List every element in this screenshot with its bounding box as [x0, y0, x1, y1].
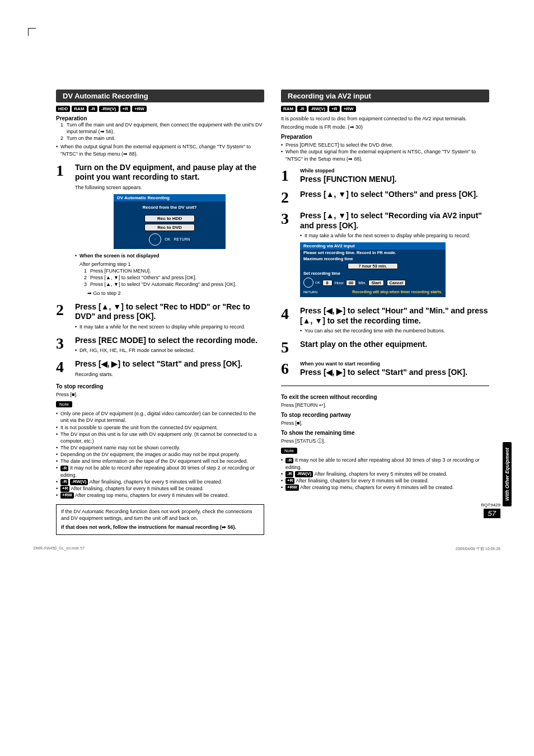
min-value[interactable]: 00: [346, 280, 356, 286]
av2-screen: Recording via AV2 input Please set recor…: [300, 242, 446, 297]
step-sub: While stopped: [300, 168, 489, 173]
note-label: Note: [56, 401, 72, 407]
tag: -RW(V): [308, 106, 328, 112]
screen-line: Set recording time: [300, 270, 446, 276]
tag: +R: [120, 106, 130, 112]
bullet: Only one piece of DV equipment (e.g., di…: [56, 410, 264, 424]
notdisp-line: After performing step 1: [75, 261, 264, 267]
exit-heading: To exit the screen without recording: [281, 394, 489, 400]
step-title: Turn on the DV equipment, and pause play…: [75, 163, 264, 182]
step-title: Press [◀, ▶] to select "Start" and press…: [75, 359, 264, 369]
step-number: 1: [56, 163, 67, 179]
step-6: 6 When you want to start recording Press…: [281, 361, 489, 378]
bullet: It may take a while for the next screen …: [300, 232, 489, 239]
list-text: Press [FUNCTION MENU].: [90, 267, 151, 274]
bullet: -R -RW(V) After finalising, chapters for…: [281, 471, 489, 477]
tag: RAM: [281, 106, 296, 112]
step-title: Press [REC MODE] to select the recording…: [75, 336, 264, 346]
step-1: 1 While stopped Press [FUNCTION MENU].: [281, 168, 489, 185]
bullet: You can also set the recording time with…: [300, 327, 489, 334]
doc-code: RQT9429: [481, 503, 500, 508]
ok-icon: ·: [149, 233, 161, 246]
step-note: The following screen appears.: [75, 184, 264, 191]
hour-value[interactable]: 8: [322, 280, 332, 286]
screen-question: Record from the DV unit?: [114, 201, 226, 213]
go-to-step: ➡ Go to step 2: [75, 290, 264, 297]
bullet: Depending on the DV equipment, the image…: [56, 451, 264, 458]
prep-bullets: Press [DRIVE SELECT] to select the DVD d…: [281, 142, 489, 162]
bullet: The DV input on this unit is for use wit…: [56, 431, 264, 444]
ok-label: OK: [315, 281, 320, 284]
ok-label: OK: [165, 237, 170, 241]
tag: +RW: [132, 106, 147, 112]
crop-mark: [28, 28, 36, 36]
step-title: Press [◀, ▶] to select "Hour" and "Min."…: [300, 306, 489, 326]
note-label: Note: [281, 448, 297, 454]
file-name: DMR-XW450_GL_en.indb 57: [34, 546, 85, 552]
screen-title: DV Automatic Recording: [114, 194, 226, 201]
step-number: 1: [281, 168, 292, 184]
stop-text: Press [■].: [56, 391, 264, 398]
list-num: 1: [84, 267, 87, 274]
stop-heading: To stop recording partway: [281, 412, 489, 418]
divider: [281, 386, 489, 386]
tag: -R: [88, 106, 97, 112]
page-footer: RQT9429 57: [481, 503, 500, 518]
bullet: It is not possible to operate the unit f…: [56, 424, 264, 431]
tag: +RW: [341, 106, 356, 112]
box-text: If the DV Automatic Recording function d…: [61, 508, 259, 522]
step-3: 3 Press [REC MODE] to select the recordi…: [56, 336, 264, 354]
tag: -RW(V): [99, 106, 119, 112]
min-label: Min.: [358, 280, 366, 285]
tag: RAM: [72, 106, 86, 112]
tag: -R: [297, 106, 306, 112]
screen-button-hdd[interactable]: Rec to HDD: [144, 215, 195, 222]
preparation-heading: Preparation: [56, 115, 264, 121]
step-number: 4: [56, 359, 67, 375]
section-header-dv: DV Automatic Recording: [56, 90, 264, 102]
tag: +R: [329, 106, 339, 112]
step-title: Press [▲, ▼] to select "Recording via AV…: [300, 211, 489, 231]
step-4: 4 Press [◀, ▶] to select "Start" and pre…: [56, 359, 264, 378]
list-text: Press [▲, ▼] to select "Others" and pres…: [90, 274, 196, 281]
bullet: It may take a while for the next screen …: [75, 323, 264, 330]
screen-button-dvd[interactable]: Rec to DVD: [144, 224, 195, 231]
bullet: -R It may not be able to record after re…: [56, 464, 264, 478]
notdisp-steps: 1Press [FUNCTION MENU]. 2Press [▲, ▼] to…: [79, 267, 264, 288]
step-title: Start play on the other equipment.: [300, 340, 489, 350]
bullet: Press [DRIVE SELECT] to select the DVD d…: [281, 142, 489, 148]
bullet: The DV equipment name may not be shown c…: [56, 444, 264, 451]
bullet: -R It may not be able to record after re…: [281, 457, 489, 470]
step-number: 2: [281, 190, 292, 205]
step-number: 5: [281, 340, 292, 355]
step-title: Press [FUNCTION MENU].: [300, 175, 489, 185]
stop-text: Press [■].: [281, 420, 489, 426]
step-3: 3 Press [▲, ▼] to select "Recording via …: [281, 211, 489, 300]
screen-line: Maximum recording time: [300, 256, 446, 262]
step-2: 2 Press [▲, ▼] to select "Rec to HDD" or…: [56, 302, 264, 330]
step-number: 3: [56, 336, 67, 351]
step-number: 4: [281, 306, 292, 322]
list-num: 1: [60, 121, 63, 135]
right-column: Recording via AV2 input RAM -R -RW(V) +R…: [281, 90, 489, 535]
screen-line: Please set recording time. Record in FR …: [300, 250, 446, 256]
bullet: -R -RW(V) After finalising, chapters for…: [56, 478, 264, 485]
section-header-av2: Recording via AV2 input: [281, 90, 489, 102]
step-number: 2: [56, 302, 67, 318]
mode-text: Recording mode is FR mode. (➡ 30): [281, 124, 489, 130]
list-text: Turn off the main unit and DV equipment,…: [67, 121, 264, 135]
print-date: 2009/04/08 午前 10:06:28: [456, 546, 500, 552]
media-tags-right: RAM -R -RW(V) +R +RW: [281, 106, 489, 112]
cancel-button[interactable]: Cancel: [387, 280, 406, 286]
bullet: +R After finalising, chapters for every …: [281, 477, 489, 484]
list-num: 2: [84, 274, 87, 281]
not-displayed-head: When the screen is not displayed: [75, 252, 264, 259]
dv-screen: DV Automatic Recording Record from the D…: [114, 194, 226, 249]
start-button[interactable]: Start: [368, 280, 383, 286]
media-tags-left: HDD RAM -R -RW(V) +R +RW: [56, 106, 264, 112]
ok-icon: [303, 278, 313, 288]
step-5: 5 Start play on the other equipment.: [281, 340, 489, 355]
max-time-field: 7 hour 53 min.: [348, 263, 398, 269]
list-text: Press [▲, ▼] to select "DV Automatic Rec…: [90, 281, 236, 288]
step-2: 2 Press [▲, ▼] to select "Others" and pr…: [281, 190, 489, 205]
